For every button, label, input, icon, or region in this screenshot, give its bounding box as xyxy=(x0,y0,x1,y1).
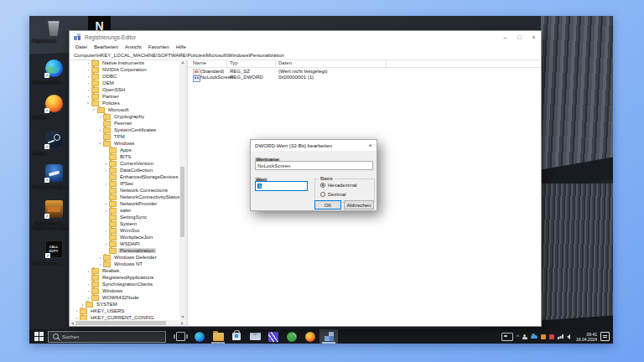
chevron-collapsed-icon[interactable]: › xyxy=(86,87,91,92)
tree-item-hkey-users[interactable]: ›HKEY_USERS xyxy=(70,308,185,314)
chevron-collapsed-icon[interactable]: › xyxy=(86,74,91,79)
scroll-right-icon[interactable] xyxy=(181,322,184,325)
column-header-name[interactable]: Name xyxy=(193,60,206,65)
cancel-button[interactable]: Abbrechen xyxy=(344,200,374,209)
tree-item-system[interactable]: System xyxy=(70,220,185,227)
minimize-button[interactable]: – xyxy=(498,31,512,43)
scroll-left-icon[interactable] xyxy=(71,322,74,325)
tree-item-windows-nt[interactable]: ›Windows NT xyxy=(70,261,185,267)
chevron-collapsed-icon[interactable]: › xyxy=(103,161,109,166)
tree-item-enhancedstoragedevices[interactable]: EnhancedStorageDevices xyxy=(70,173,185,180)
chevron-collapsed-icon[interactable]: › xyxy=(86,268,91,273)
scroll-up-icon[interactable] xyxy=(181,61,184,64)
value-name-field[interactable]: NoLockScreen xyxy=(255,161,373,170)
tree-item-registeredapplications[interactable]: RegisteredApplications xyxy=(70,274,185,281)
chevron-collapsed-icon[interactable]: › xyxy=(103,181,109,186)
tree-item-peernet[interactable]: Peernet xyxy=(70,120,185,127)
tree-item-bits[interactable]: BITS xyxy=(70,153,185,160)
dialog-close-icon[interactable]: × xyxy=(364,142,377,148)
taskbar-app-mail[interactable] xyxy=(246,329,264,344)
chevron-up-icon[interactable]: ^ xyxy=(517,334,519,339)
menu-bearbeiten[interactable]: Bearbeiten xyxy=(91,44,122,49)
tree-item-cryptography[interactable]: ›Cryptography xyxy=(70,113,185,120)
chevron-collapsed-icon[interactable]: › xyxy=(86,288,91,293)
tree-item-microsoft[interactable]: ›Microsoft xyxy=(70,106,185,113)
taskbar-app-explorer[interactable] xyxy=(209,329,227,344)
value-row-nolockscreen[interactable]: NoLockScreenREG_DWORD0x00000001 (1) xyxy=(188,75,541,81)
search-input[interactable]: Suchen xyxy=(48,331,166,343)
chevron-collapsed-icon[interactable]: › xyxy=(80,302,86,307)
menu-datei[interactable]: Datei xyxy=(72,44,91,49)
tree-item-network-connections[interactable]: Network Connections xyxy=(70,187,185,194)
tree-item-wsdapi[interactable]: ›WSDAPI xyxy=(70,240,185,247)
tree-item-ipsec[interactable]: ›IPSec xyxy=(70,180,185,187)
chevron-collapsed-icon[interactable]: › xyxy=(97,255,103,260)
tree-vertical-scrollbar[interactable] xyxy=(179,59,185,320)
taskbar-app-edge[interactable] xyxy=(190,329,209,344)
tree-item-system[interactable]: ›SYSTEM xyxy=(70,301,185,308)
chevron-collapsed-icon[interactable]: › xyxy=(103,228,109,233)
maximize-button[interactable]: □ xyxy=(512,31,527,43)
radio-checked-icon[interactable] xyxy=(320,183,325,188)
menu-hilfe[interactable]: Hilfe xyxy=(173,44,190,49)
scroll-thumb-horizontal[interactable] xyxy=(75,321,166,325)
taskbar-app-movies[interactable] xyxy=(264,329,283,344)
tree-item-wow6432node[interactable]: ›WOW6432Node xyxy=(70,294,185,301)
tree-item-currentversion[interactable]: ›CurrentVersion xyxy=(70,160,185,167)
menu-ansicht[interactable]: Ansicht xyxy=(122,44,145,49)
tree-item-datacollection[interactable]: ›DataCollection xyxy=(70,167,185,173)
tree-item-openssh[interactable]: ›OpenSSH xyxy=(70,86,185,93)
tree-item-oem[interactable]: ›OEM xyxy=(70,80,185,86)
column-header-data[interactable]: Daten xyxy=(278,60,292,65)
chevron-collapsed-icon[interactable]: › xyxy=(103,201,109,206)
tree-item-workplacejoin[interactable]: WorkplaceJoin xyxy=(70,234,185,240)
tree-item-personalization[interactable]: Personalization xyxy=(70,247,185,254)
chevron-collapsed-icon[interactable]: › xyxy=(97,127,103,132)
chevron-collapsed-icon[interactable]: › xyxy=(74,308,80,313)
tree-item-networkprovider[interactable]: ›NetworkProvider xyxy=(70,200,185,207)
chevron-collapsed-icon[interactable]: › xyxy=(103,241,109,246)
tree-item-apps[interactable]: Apps xyxy=(70,147,185,153)
tree-item-windows[interactable]: ›Windows xyxy=(70,287,185,294)
tree-item-partner[interactable]: ›Partner xyxy=(70,93,185,100)
taskbar-app-firefox[interactable] xyxy=(301,329,319,344)
tree-item-odbc[interactable]: ›ODBC xyxy=(70,73,185,80)
tree-item-tpm[interactable]: TPM xyxy=(70,133,185,140)
chevron-collapsed-icon[interactable]: › xyxy=(103,208,109,213)
taskbar-app-xbox[interactable] xyxy=(283,329,301,344)
tree-horizontal-scrollbar[interactable] xyxy=(70,320,185,326)
tray-orange-app-icon[interactable] xyxy=(541,334,546,339)
onedrive-icon[interactable] xyxy=(531,335,538,339)
tree-item-wcmsvc[interactable]: ›WcmSvc xyxy=(70,227,185,234)
chevron-expanded-icon[interactable]: › xyxy=(98,141,103,147)
title-bar[interactable]: Registrierungs-Editor – □ × xyxy=(70,31,541,43)
close-button[interactable]: × xyxy=(527,31,541,43)
tree-item-nvidia-corporation[interactable]: ›NVIDIA Corporation xyxy=(70,66,185,73)
tray-person-icon[interactable] xyxy=(522,334,527,339)
tray-media-icon[interactable] xyxy=(501,333,513,341)
tree-item-safer[interactable]: ›safer xyxy=(70,207,185,214)
tree-item-settingsync[interactable]: SettingSync xyxy=(70,214,185,220)
chevron-collapsed-icon[interactable]: › xyxy=(103,168,109,173)
chevron-collapsed-icon[interactable]: › xyxy=(97,261,103,266)
taskbar-app-regedit[interactable] xyxy=(319,329,338,344)
chevron-expanded-icon[interactable]: › xyxy=(92,107,97,113)
menu-favoriten[interactable]: Favoriten xyxy=(145,44,173,49)
tree-item-policies[interactable]: ›Policies xyxy=(70,100,185,106)
value-field[interactable]: 1 xyxy=(255,181,308,191)
tree-item-hkey-current-config[interactable]: ›HKEY_CURRENT_CONFIG xyxy=(70,314,185,320)
tree-item-windows-defender[interactable]: ›Windows Defender xyxy=(70,254,185,261)
tree-item-windows[interactable]: ›Windows xyxy=(70,140,185,147)
scroll-down-icon[interactable] xyxy=(181,316,184,318)
ok-button[interactable]: OK xyxy=(314,200,341,209)
chevron-collapsed-icon[interactable]: › xyxy=(86,94,91,99)
taskbar-app-store[interactable] xyxy=(227,329,246,344)
column-header-type[interactable]: Typ xyxy=(230,60,238,65)
chevron-expanded-icon[interactable]: › xyxy=(86,101,91,106)
tree-item-realtek[interactable]: ›Realtek xyxy=(70,267,185,274)
chevron-collapsed-icon[interactable]: › xyxy=(86,67,91,72)
tree-item-systemcertificates[interactable]: ›SystemCertificates xyxy=(70,127,185,133)
chevron-collapsed-icon[interactable]: › xyxy=(86,282,91,287)
chevron-collapsed-icon[interactable]: › xyxy=(86,60,91,65)
tree-item-networkconnectivitystatusinc[interactable]: NetworkConnectivityStatusInc xyxy=(70,194,185,200)
